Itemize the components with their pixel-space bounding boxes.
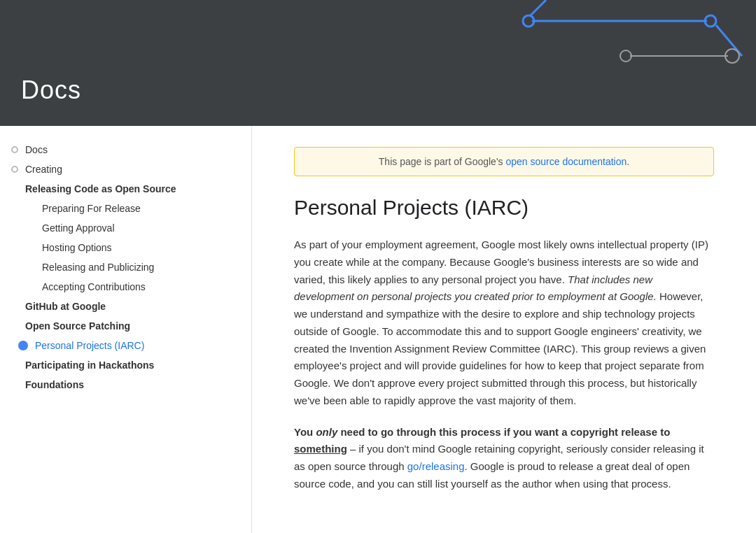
sidebar-label-hosting-options: Hosting Options — [42, 242, 112, 253]
page-header: Docs — [0, 0, 756, 126]
p2-bold: need to go through this process if you w… — [337, 426, 670, 438]
notice-text-after: . — [626, 156, 629, 167]
sidebar-item-foundations[interactable]: Foundations — [0, 375, 251, 395]
header-title: Docs — [21, 76, 81, 105]
header-decoration-svg — [406, 0, 756, 126]
go-releasing-link[interactable]: go/releasing — [407, 460, 465, 472]
sidebar-label-personal-projects: Personal Projects (IARC) — [35, 340, 144, 351]
sidebar-dot-personal-projects — [18, 341, 28, 350]
sidebar-label-docs: Docs — [25, 144, 48, 155]
p2-prefix: You — [294, 426, 316, 438]
sidebar-item-releasing-code[interactable]: Releasing Code as Open Source — [0, 179, 251, 199]
sidebar: Docs Creating Releasing Code as Open Sou… — [0, 126, 252, 533]
notice-link[interactable]: open source documentation — [505, 156, 626, 167]
sidebar-item-docs[interactable]: Docs — [0, 140, 251, 159]
sidebar-item-oss-patching[interactable]: Open Source Patching — [0, 316, 251, 336]
page-title: Personal Projects (IARC) — [294, 196, 714, 220]
notice-bar: This page is part of Google's open sourc… — [294, 147, 714, 176]
sidebar-dot-creating — [11, 166, 18, 173]
p2-underline: something — [294, 443, 347, 455]
sidebar-item-getting-approval[interactable]: Getting Approval — [0, 218, 251, 238]
sidebar-label-getting-approval: Getting Approval — [42, 222, 115, 234]
sidebar-item-hosting-options[interactable]: Hosting Options — [0, 238, 251, 257]
content-paragraph2: You only need to go through this process… — [294, 424, 714, 493]
svg-point-5 — [620, 50, 631, 62]
sidebar-item-accepting-contributions[interactable]: Accepting Contributions — [0, 277, 251, 297]
paragraph1-cont: However, we understand and sympathize wi… — [294, 290, 706, 406]
content-paragraph1: As part of your employment agreement, Go… — [294, 236, 714, 410]
sidebar-label-creating: Creating — [25, 164, 62, 175]
sidebar-item-personal-projects[interactable]: Personal Projects (IARC) — [0, 336, 251, 355]
notice-text: This page is part of Google's — [379, 156, 506, 167]
sidebar-label-releasing-code: Releasing Code as Open Source — [25, 183, 176, 194]
sidebar-label-oss-patching: Open Source Patching — [25, 320, 130, 332]
sidebar-dot-docs — [11, 146, 18, 153]
svg-line-7 — [531, 0, 546, 15]
sidebar-item-creating[interactable]: Creating — [0, 159, 251, 179]
sidebar-item-releasing-publicizing[interactable]: Releasing and Publicizing — [0, 257, 251, 277]
sidebar-item-github[interactable]: GitHub at Google — [0, 297, 251, 316]
sidebar-item-preparing[interactable]: Preparing For Release — [0, 199, 251, 218]
sidebar-label-releasing-publicizing: Releasing and Publicizing — [42, 262, 154, 273]
sidebar-label-preparing: Preparing For Release — [42, 203, 141, 214]
sidebar-label-hackathons: Participating in Hackathons — [25, 360, 154, 371]
sidebar-label-github: GitHub at Google — [25, 301, 106, 312]
sidebar-item-hackathons[interactable]: Participating in Hackathons — [0, 355, 251, 375]
p2-only: only — [316, 426, 337, 438]
main-content: This page is part of Google's open sourc… — [252, 126, 756, 533]
sidebar-label-foundations: Foundations — [25, 379, 84, 390]
sidebar-label-accepting-contributions: Accepting Contributions — [42, 281, 146, 292]
main-layout: Docs Creating Releasing Code as Open Sou… — [0, 126, 756, 533]
